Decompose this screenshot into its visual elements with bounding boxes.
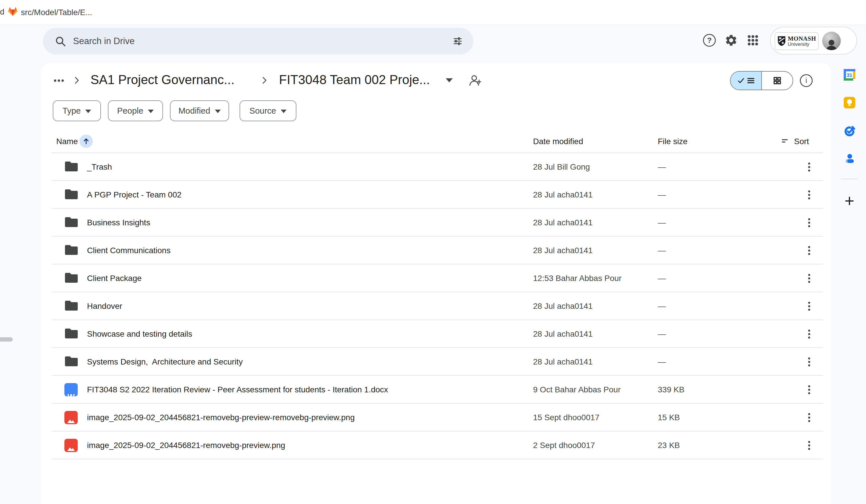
file-name: Client Communications bbox=[87, 237, 170, 265]
file-name: Showcase and testing details bbox=[87, 320, 192, 348]
search-input[interactable] bbox=[73, 28, 459, 55]
browser-tab-bar: d src/Model/Table/E... bbox=[0, 0, 866, 25]
file-name: image_2025-09-02_204456821-removebg-prev… bbox=[87, 404, 355, 432]
folder-menu-caret-icon[interactable] bbox=[446, 78, 453, 82]
filter-chip-source[interactable]: Source bbox=[240, 100, 297, 121]
file-size: — bbox=[658, 237, 666, 265]
google-tasks-icon[interactable] bbox=[844, 125, 855, 137]
chevron-down-icon bbox=[148, 110, 154, 113]
browser-tab-title[interactable]: src/Model/Table/E... bbox=[21, 8, 92, 17]
row-menu-kebab-icon[interactable] bbox=[808, 441, 810, 450]
drive-search-bar[interactable] bbox=[43, 28, 473, 55]
row-menu-kebab-icon[interactable] bbox=[808, 357, 810, 367]
file-date-modified: 28 Jul acha0141 bbox=[533, 237, 593, 265]
account-switcher[interactable]: MONASH University bbox=[770, 27, 857, 55]
file-date-modified: 2 Sept dhoo0017 bbox=[533, 432, 595, 459]
filter-chip-modified[interactable]: Modified bbox=[170, 100, 229, 121]
filter-chip-people[interactable]: People bbox=[108, 100, 163, 121]
sort-ascending-badge[interactable] bbox=[79, 135, 93, 148]
file-date-modified: 28 Jul acha0141 bbox=[533, 209, 593, 237]
file-row[interactable]: image_2025-09-02_204456821-removebg-prev… bbox=[52, 404, 823, 432]
manage-people-icon[interactable] bbox=[468, 74, 482, 87]
file-name: image_2025-09-02_204456821-removebg-prev… bbox=[87, 432, 285, 459]
file-date-modified: 28 Jul acha0141 bbox=[533, 320, 593, 348]
breadcrumb-parent-folder[interactable]: SA1 Project Governanc... bbox=[90, 72, 234, 87]
file-name: Systems Design, Architecture and Securit… bbox=[87, 348, 243, 376]
file-list-header: Name Date modified File size Sort bbox=[52, 130, 823, 153]
word-doc-icon: W bbox=[64, 383, 78, 396]
org-name: MONASH bbox=[788, 36, 816, 42]
google-keep-icon[interactable] bbox=[844, 97, 855, 109]
row-menu-kebab-icon[interactable] bbox=[808, 413, 810, 422]
panel-drag-handle[interactable] bbox=[0, 337, 13, 341]
file-row[interactable]: Business Insights 28 Jul acha0141 — bbox=[52, 209, 823, 237]
row-menu-kebab-icon[interactable] bbox=[808, 246, 810, 255]
file-row[interactable]: Showcase and testing details 28 Jul acha… bbox=[52, 320, 823, 348]
file-size: 23 KB bbox=[658, 432, 680, 459]
folder-icon bbox=[64, 272, 78, 284]
help-icon[interactable]: ? bbox=[703, 34, 716, 47]
file-size: — bbox=[658, 292, 666, 320]
file-row[interactable]: Handover 28 Jul acha0141 — bbox=[52, 292, 823, 320]
row-menu-kebab-icon[interactable] bbox=[808, 302, 810, 311]
person-photo-silhouette bbox=[824, 38, 839, 50]
file-size: 339 KB bbox=[658, 376, 685, 404]
image-file-icon bbox=[64, 411, 78, 424]
check-icon bbox=[737, 77, 745, 85]
user-avatar[interactable] bbox=[822, 32, 841, 50]
file-size: — bbox=[658, 181, 666, 209]
settings-gear-icon[interactable] bbox=[724, 34, 738, 47]
search-icon[interactable] bbox=[55, 35, 66, 47]
google-apps-grid-icon[interactable] bbox=[747, 34, 759, 46]
file-row[interactable]: _Trash 28 Jul Bill Gong — bbox=[52, 153, 823, 181]
chip-label: Source bbox=[249, 106, 276, 116]
folder-icon bbox=[64, 216, 78, 228]
chip-label: Modified bbox=[178, 106, 210, 116]
file-row[interactable]: Client Package 12:53 Bahar Abbas Pour — bbox=[52, 265, 823, 292]
breadcrumb-more-icon[interactable] bbox=[53, 76, 65, 85]
file-row[interactable]: W FIT3048 S2 2022 Iteration Review - Pee… bbox=[52, 376, 823, 404]
file-row[interactable]: Client Communications 28 Jul acha0141 — bbox=[52, 237, 823, 265]
row-menu-kebab-icon[interactable] bbox=[808, 385, 810, 394]
row-menu-kebab-icon[interactable] bbox=[808, 329, 810, 339]
file-date-modified: 28 Jul acha0141 bbox=[533, 292, 593, 320]
file-name: FIT3048 S2 2022 Iteration Review - Peer … bbox=[87, 376, 388, 404]
name-column-header[interactable]: Name bbox=[56, 130, 78, 153]
advanced-search-tune-icon[interactable] bbox=[453, 36, 463, 46]
details-info-icon[interactable]: i bbox=[800, 74, 813, 87]
google-contacts-icon[interactable] bbox=[844, 153, 855, 164]
file-name: _Trash bbox=[87, 153, 112, 181]
file-size-column-header[interactable]: File size bbox=[658, 130, 688, 153]
folder-icon bbox=[64, 189, 78, 200]
view-mode-toggle[interactable] bbox=[730, 71, 793, 90]
row-menu-kebab-icon[interactable] bbox=[808, 274, 810, 283]
chip-label: People bbox=[117, 106, 143, 116]
file-row[interactable]: A PGP Project - Team 002 28 Jul acha0141… bbox=[52, 181, 823, 209]
file-date-modified: 28 Jul acha0141 bbox=[533, 348, 593, 376]
grid-view-button[interactable] bbox=[762, 71, 792, 90]
get-add-ons-button[interactable]: + bbox=[841, 191, 858, 210]
chevron-right-icon bbox=[72, 75, 81, 85]
row-menu-kebab-icon[interactable] bbox=[808, 190, 810, 200]
file-row[interactable]: image_2025-09-02_204456821-removebg-prev… bbox=[52, 432, 823, 459]
chevron-right-icon bbox=[260, 75, 269, 85]
file-date-modified: 15 Sept dhoo0017 bbox=[533, 404, 599, 432]
file-size: — bbox=[658, 348, 666, 376]
folder-icon bbox=[64, 300, 78, 312]
date-modified-column-header[interactable]: Date modified bbox=[533, 130, 583, 153]
google-calendar-icon[interactable]: 31 bbox=[844, 69, 855, 81]
sort-button[interactable]: Sort bbox=[794, 130, 809, 153]
filter-chip-type[interactable]: Type bbox=[53, 100, 101, 121]
row-menu-kebab-icon[interactable] bbox=[808, 163, 810, 172]
breadcrumb-current-folder[interactable]: FIT3048 Team 002 Proje... bbox=[279, 72, 430, 87]
list-lines-icon bbox=[747, 77, 755, 85]
folder-icon bbox=[64, 244, 78, 256]
calendar-day-number: 31 bbox=[847, 72, 852, 78]
chevron-down-icon bbox=[281, 110, 287, 113]
row-menu-kebab-icon[interactable] bbox=[808, 218, 810, 227]
file-name: A PGP Project - Team 002 bbox=[87, 181, 181, 209]
file-date-modified: 9 Oct Bahar Abbas Pour bbox=[533, 376, 621, 404]
file-row[interactable]: Systems Design, Architecture and Securit… bbox=[52, 348, 823, 376]
image-file-icon bbox=[64, 439, 78, 452]
list-view-button[interactable] bbox=[731, 71, 762, 90]
